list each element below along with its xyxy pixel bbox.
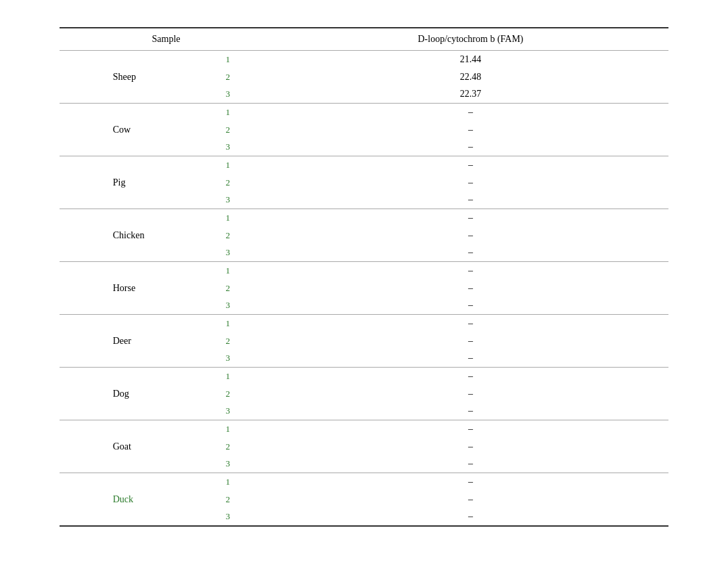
table-row: 1– bbox=[60, 209, 668, 227]
table-row: 3– bbox=[60, 350, 668, 368]
animal-name-cell: Deer2 bbox=[60, 332, 273, 350]
replicate-number: 1 bbox=[226, 477, 231, 487]
table-row: 1– bbox=[60, 315, 668, 332]
animal-name-cell: 1 bbox=[60, 51, 273, 68]
replicate-number: 2 bbox=[226, 230, 231, 241]
animal-name-label: Horse bbox=[113, 283, 135, 294]
animal-name-label: Goat bbox=[113, 441, 131, 452]
table-row: 3– bbox=[60, 139, 668, 156]
table-row: Horse2– bbox=[60, 280, 668, 297]
animal-name-cell: 3 bbox=[60, 403, 273, 420]
header-dloop: D-loop/cytochrom b (FAM) bbox=[273, 28, 668, 51]
table-row: Cow2– bbox=[60, 121, 668, 139]
replicate-number: 1 bbox=[226, 107, 231, 118]
animal-name-label: Duck bbox=[113, 494, 133, 505]
replicate-number: 1 bbox=[226, 424, 231, 435]
table-row: 1– bbox=[60, 156, 668, 174]
table-row: 3– bbox=[60, 403, 668, 420]
value-cell: – bbox=[273, 438, 668, 456]
table-row: 3– bbox=[60, 192, 668, 209]
animal-name-cell: 3 bbox=[60, 508, 273, 526]
replicate-number: 2 bbox=[226, 494, 231, 505]
replicate-number: 2 bbox=[226, 72, 231, 83]
value-cell: – bbox=[273, 104, 668, 121]
animal-name-cell: 3 bbox=[60, 297, 273, 315]
replicate-number: 3 bbox=[226, 458, 231, 469]
replicate-number: 3 bbox=[226, 511, 231, 522]
value-cell: – bbox=[273, 192, 668, 209]
value-cell: – bbox=[273, 174, 668, 192]
value-cell: – bbox=[273, 420, 668, 438]
table-row: 1– bbox=[60, 104, 668, 121]
animal-name-cell: Sheep2 bbox=[60, 68, 273, 86]
animal-name-cell: 1 bbox=[60, 104, 273, 121]
table-body: 121.44Sheep222.48322.371–Cow2–3–1–Pig2–3… bbox=[60, 51, 668, 526]
animal-name-cell: 1 bbox=[60, 156, 273, 174]
replicate-number: 3 bbox=[226, 194, 231, 205]
replicate-number: 2 bbox=[226, 336, 231, 347]
animal-name-cell: Goat2 bbox=[60, 438, 273, 456]
value-cell: – bbox=[273, 156, 668, 174]
value-cell: – bbox=[273, 262, 668, 280]
animal-name-label: Deer bbox=[113, 336, 131, 347]
animal-name-cell: 1 bbox=[60, 420, 273, 438]
animal-name-cell: 3 bbox=[60, 86, 273, 104]
header-sample: Sample bbox=[60, 28, 273, 51]
table-row: 3– bbox=[60, 244, 668, 262]
table-row: 1– bbox=[60, 262, 668, 280]
table-row: Sheep222.48 bbox=[60, 68, 668, 86]
replicate-number: 2 bbox=[226, 389, 231, 399]
animal-name-cell: 3 bbox=[60, 192, 273, 209]
animal-name-cell: Dog2 bbox=[60, 385, 273, 403]
value-cell: – bbox=[273, 139, 668, 156]
animal-name-cell: 3 bbox=[60, 350, 273, 368]
animal-name-label: Cow bbox=[113, 125, 131, 135]
replicate-number: 1 bbox=[226, 160, 231, 171]
value-cell: – bbox=[273, 332, 668, 350]
replicate-number: 1 bbox=[226, 318, 231, 329]
table-row: 121.44 bbox=[60, 51, 668, 68]
value-cell: – bbox=[273, 350, 668, 368]
value-cell: – bbox=[273, 227, 668, 244]
replicate-number: 3 bbox=[226, 89, 231, 100]
table-row: 3– bbox=[60, 297, 668, 315]
table-row: 322.37 bbox=[60, 86, 668, 104]
value-cell: – bbox=[273, 121, 668, 139]
animal-name-cell: Duck2 bbox=[60, 491, 273, 508]
replicate-number: 2 bbox=[226, 125, 231, 135]
value-cell: – bbox=[273, 473, 668, 491]
table-row: Deer2– bbox=[60, 332, 668, 350]
animal-name-cell: Horse2 bbox=[60, 280, 273, 297]
value-cell: – bbox=[273, 280, 668, 297]
table-row: 1– bbox=[60, 368, 668, 385]
table-row: 3– bbox=[60, 456, 668, 473]
table-row: 1– bbox=[60, 473, 668, 491]
animal-name-cell: Chicken2 bbox=[60, 227, 273, 244]
replicate-number: 3 bbox=[226, 141, 231, 152]
animal-name-cell: 1 bbox=[60, 368, 273, 385]
animal-name-cell: Cow2 bbox=[60, 121, 273, 139]
value-cell: – bbox=[273, 315, 668, 332]
value-cell: – bbox=[273, 209, 668, 227]
value-cell: – bbox=[273, 385, 668, 403]
animal-name-cell: 3 bbox=[60, 244, 273, 262]
animal-name-cell: 3 bbox=[60, 456, 273, 473]
value-cell: – bbox=[273, 508, 668, 526]
animal-name-label: Dog bbox=[113, 389, 129, 399]
value-cell: – bbox=[273, 403, 668, 420]
table-row: Duck2– bbox=[60, 491, 668, 508]
table-row: Chicken2– bbox=[60, 227, 668, 244]
value-cell: – bbox=[273, 368, 668, 385]
animal-name-cell: 1 bbox=[60, 315, 273, 332]
main-table-container: Sample D-loop/cytochrom b (FAM) 121.44Sh… bbox=[60, 27, 668, 527]
replicate-number: 1 bbox=[226, 54, 231, 65]
table-row: 1– bbox=[60, 420, 668, 438]
value-cell: 22.48 bbox=[273, 68, 668, 86]
data-table: Sample D-loop/cytochrom b (FAM) 121.44Sh… bbox=[60, 27, 668, 527]
animal-name-label: Sheep bbox=[113, 72, 136, 83]
animal-name-cell: 1 bbox=[60, 473, 273, 491]
replicate-number: 3 bbox=[226, 353, 231, 364]
animal-name-cell: 1 bbox=[60, 262, 273, 280]
replicate-number: 3 bbox=[226, 300, 231, 311]
replicate-number: 1 bbox=[226, 213, 231, 223]
